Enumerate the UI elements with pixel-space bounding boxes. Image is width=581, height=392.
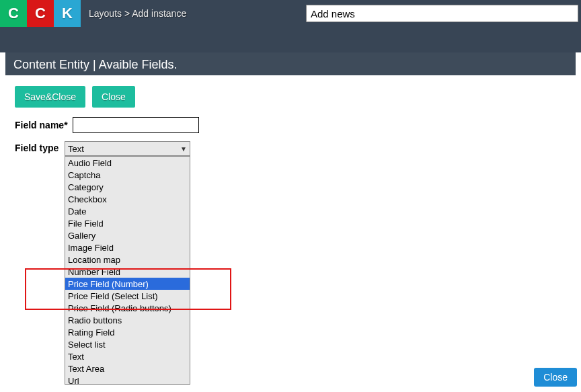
dropdown-option[interactable]: Location map: [65, 253, 190, 266]
dropdown-option[interactable]: Price Field (Select List): [65, 290, 190, 302]
panel-title: Content Entity | Avaible Fields.: [5, 52, 576, 75]
logo: C C K: [0, 0, 81, 27]
dropdown-option[interactable]: Audio Field: [65, 157, 190, 169]
field-name-input[interactable]: [73, 117, 199, 133]
field-type-select-column: Text ▼ Audio FieldCaptchaCategoryCheckbo…: [65, 141, 190, 385]
dropdown-option[interactable]: Captcha: [65, 169, 190, 181]
field-name-row: Field name*: [15, 117, 566, 133]
dropdown-option[interactable]: Url: [65, 375, 190, 385]
dropdown-option[interactable]: File Field: [65, 217, 190, 229]
dropdown-option[interactable]: Category: [65, 181, 190, 193]
logo-c1: C: [0, 0, 27, 27]
dropdown-option[interactable]: Gallery: [65, 229, 190, 241]
logo-k: K: [54, 0, 81, 27]
field-type-row: Field type Text ▼ Audio FieldCaptchaCate…: [15, 141, 566, 385]
panel-body: Save&Close Close Field name* Field type …: [5, 75, 576, 392]
logo-c2: C: [27, 0, 54, 27]
save-close-button[interactable]: Save&Close: [15, 86, 85, 108]
footer-close-button[interactable]: Close: [534, 368, 577, 387]
dropdown-option[interactable]: Price Field (Radio buttons): [65, 302, 190, 314]
dropdown-option[interactable]: Date: [65, 205, 190, 217]
breadcrumb-part2[interactable]: Add instance: [132, 8, 186, 19]
dropdown-option[interactable]: Checkbox: [65, 193, 190, 205]
top-bar: C C K Layouts > Add instance: [0, 0, 581, 52]
button-row: Save&Close Close: [15, 86, 566, 108]
dropdown-option[interactable]: Text: [65, 350, 190, 362]
field-type-label: Field type: [15, 141, 65, 153]
dropdown-option[interactable]: Image Field: [65, 241, 190, 253]
field-type-dropdown[interactable]: Audio FieldCaptchaCategoryCheckboxDateFi…: [65, 156, 190, 385]
dropdown-option[interactable]: Price Field (Number): [65, 278, 190, 290]
breadcrumb-sep: >: [124, 8, 130, 19]
add-news-input[interactable]: [306, 5, 578, 22]
close-button[interactable]: Close: [92, 86, 135, 108]
field-name-label: Field name*: [15, 120, 73, 130]
dropdown-option[interactable]: Rating Field: [65, 326, 190, 338]
breadcrumb-part1[interactable]: Layouts: [89, 8, 122, 19]
chevron-down-icon: ▼: [180, 145, 187, 153]
field-type-selected-value: Text: [68, 144, 84, 154]
dropdown-option[interactable]: Number Field: [65, 266, 190, 278]
field-type-select[interactable]: Text ▼: [65, 141, 190, 156]
dropdown-option[interactable]: Radio buttons: [65, 314, 190, 326]
dropdown-option[interactable]: Select list: [65, 338, 190, 350]
dropdown-option[interactable]: Text Area: [65, 362, 190, 375]
panel: Content Entity | Avaible Fields. Save&Cl…: [5, 52, 576, 392]
breadcrumb: Layouts > Add instance: [89, 8, 186, 19]
